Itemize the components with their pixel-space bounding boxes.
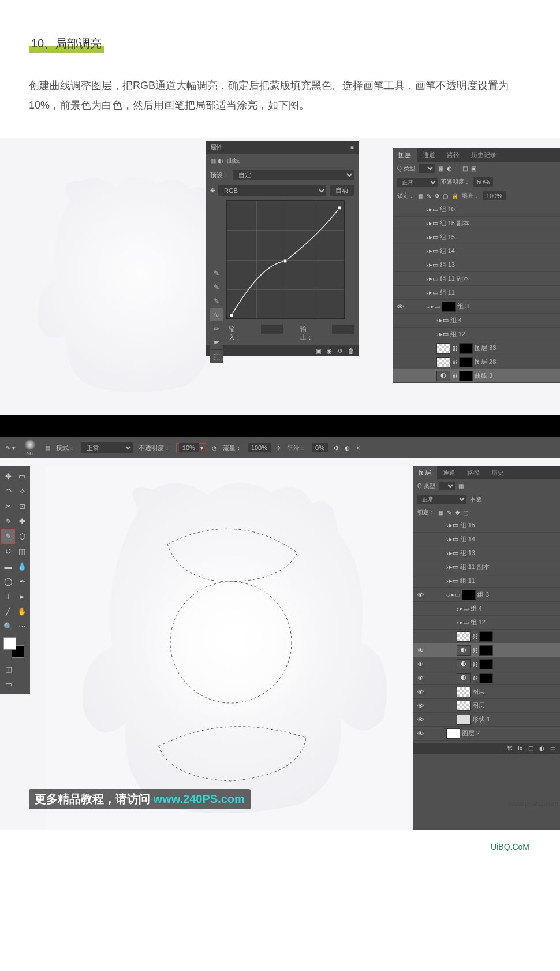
expand-icon[interactable]: ›	[446, 550, 449, 557]
visibility-toggle[interactable]	[415, 604, 425, 614]
clip-icon[interactable]: ▣	[316, 348, 321, 354]
eyedropper-black-icon[interactable]: ✎	[210, 267, 223, 280]
smooth-value[interactable]: 0%	[312, 443, 328, 452]
visibility-toggle[interactable]: 👁	[415, 673, 425, 683]
visibility-toggle[interactable]	[395, 232, 405, 243]
expand-icon[interactable]: ›	[446, 578, 449, 585]
layer-row[interactable]: ›▸▭组 11	[413, 574, 560, 588]
lasso-tool-icon[interactable]: ◠	[2, 484, 14, 498]
visibility-toggle[interactable]: 👁	[415, 590, 425, 600]
visibility-toggle[interactable]	[395, 315, 405, 326]
filter-adj-icon[interactable]: ◐	[447, 165, 452, 172]
marquee-tool-icon[interactable]: ▭	[16, 469, 28, 483]
fill-value[interactable]: 100%	[483, 191, 506, 200]
eyedropper-white-icon[interactable]: ✎	[210, 295, 223, 307]
expand-icon[interactable]: ›	[436, 331, 439, 338]
filter-shape-icon[interactable]: ◫	[462, 165, 468, 172]
shape-tool-icon[interactable]: ╱	[2, 604, 14, 618]
layer-row[interactable]: 👁⌵▸▭组 3	[393, 300, 560, 314]
zoom-tool-icon[interactable]: 🔍	[2, 619, 14, 633]
dodge-tool-icon[interactable]: ◯	[2, 574, 14, 588]
channel-select[interactable]: RGB	[218, 185, 326, 196]
expand-icon[interactable]: ›	[457, 619, 459, 626]
curve-clip-icon[interactable]: ⬚	[210, 350, 223, 363]
layer-row[interactable]: ›▸▭组 11 副本	[413, 560, 560, 574]
layer-row[interactable]: ›▸▭组 13	[393, 258, 560, 272]
visibility-toggle[interactable]	[395, 204, 405, 215]
visibility-toggle[interactable]: 👁	[415, 728, 425, 739]
layer-row[interactable]: ›▸▭组 12	[393, 328, 560, 341]
layer-row[interactable]: 👁图层	[413, 699, 560, 713]
layer-kind-select[interactable]	[419, 164, 435, 173]
link-icon[interactable]: ⛓	[452, 373, 458, 379]
expand-icon[interactable]: ›	[426, 276, 428, 282]
visibility-toggle[interactable]	[395, 288, 405, 298]
brush-opacity-value[interactable]: 10%	[179, 443, 199, 452]
visibility-toggle[interactable]	[395, 246, 405, 256]
pen-tool-icon[interactable]: ✒	[16, 574, 28, 588]
expand-icon[interactable]: ›	[426, 248, 428, 255]
expand-icon[interactable]: ›	[426, 234, 428, 241]
link-icon[interactable]: ⛓	[472, 661, 478, 667]
layer-row[interactable]: ›▸▭组 4	[413, 602, 560, 616]
eyedropper-tool-icon[interactable]: ✎	[2, 514, 14, 528]
history-brush-icon[interactable]: ↺	[2, 544, 14, 558]
reset-icon[interactable]: ↺	[338, 348, 342, 354]
tab-history-2[interactable]: 历史	[486, 466, 510, 479]
flow-value[interactable]: 100%	[248, 443, 271, 452]
layer-row[interactable]: ›▸▭组 15	[393, 230, 560, 244]
filter-image-icon[interactable]: ▦	[438, 165, 443, 172]
curve-smooth-icon[interactable]: ☛	[210, 336, 223, 349]
airbrush-icon[interactable]: ✈	[277, 445, 281, 451]
expand-icon[interactable]: ›	[446, 536, 449, 543]
link-icon[interactable]: ⛓	[472, 675, 478, 681]
more-tools-icon[interactable]: ⋯	[16, 619, 28, 633]
filter-smart-icon[interactable]: ▣	[471, 165, 476, 172]
frame-tool-icon[interactable]: ⊡	[16, 499, 28, 513]
move-tool-icon[interactable]: ✥	[2, 469, 14, 483]
link-layers-icon[interactable]: ⌘	[506, 745, 512, 751]
canvas-area[interactable]	[46, 466, 410, 830]
link-icon[interactable]: ⛓	[452, 359, 458, 365]
tab-paths-2[interactable]: 路径	[461, 466, 486, 479]
visibility-toggle[interactable]: 👁	[395, 302, 405, 312]
visibility-toggle[interactable]: 👁	[415, 645, 425, 656]
expand-icon[interactable]: ›	[426, 262, 428, 269]
visibility-toggle[interactable]: 👁	[415, 659, 425, 669]
crop-tool-icon[interactable]: ✂	[2, 499, 14, 513]
visibility-toggle[interactable]	[415, 534, 425, 545]
brush-tool-icon[interactable]: ✎	[2, 529, 14, 543]
chevron-down-icon[interactable]: ▾	[200, 445, 203, 451]
link-icon[interactable]: ⛓	[472, 634, 478, 639]
expand-icon[interactable]: ›	[446, 564, 449, 571]
layer-row[interactable]: ⛓	[413, 630, 560, 643]
brush-preview[interactable]: 90	[21, 438, 39, 457]
layer-row[interactable]: ›▸▭组 14	[393, 244, 560, 258]
auto-button[interactable]: 自动	[330, 185, 354, 196]
expand-icon[interactable]: ›	[426, 206, 428, 213]
tab-layers-2[interactable]: 图层	[413, 466, 437, 479]
expand-icon[interactable]: ›	[457, 605, 459, 612]
lock-transparent-icon[interactable]: ▦	[418, 193, 423, 199]
visibility-toggle[interactable]	[395, 371, 405, 381]
layer-row[interactable]: ›▸▭组 11	[393, 286, 560, 300]
visibility-toggle[interactable]	[415, 520, 425, 531]
visibility-toggle[interactable]: 👁	[415, 701, 425, 711]
tab-history[interactable]: 历史记录	[465, 148, 502, 162]
layer-row[interactable]: 👁图层	[413, 685, 560, 699]
visibility-toggle[interactable]	[395, 343, 405, 354]
lock-paint-icon[interactable]: ✎	[427, 193, 431, 199]
visibility-toggle[interactable]: 👁	[415, 687, 425, 697]
visibility-toggle[interactable]: 👁	[415, 715, 425, 725]
fx-icon[interactable]: fx	[518, 745, 522, 751]
tab-paths[interactable]: 路径	[441, 148, 465, 162]
visibility-toggle[interactable]	[415, 617, 425, 628]
tab-channels[interactable]: 通道	[417, 148, 441, 162]
eraser-tool-icon[interactable]: ◫	[16, 544, 28, 558]
blend-mode-select[interactable]: 正常	[397, 178, 438, 187]
visibility-toggle[interactable]	[395, 357, 405, 367]
layer-row[interactable]: 👁◐⛓	[413, 671, 560, 685]
quickmask-icon[interactable]: ◫	[2, 662, 16, 676]
layer-row[interactable]: 👁⌵▸▭组 3	[413, 588, 560, 602]
color-swatches[interactable]	[3, 637, 24, 658]
